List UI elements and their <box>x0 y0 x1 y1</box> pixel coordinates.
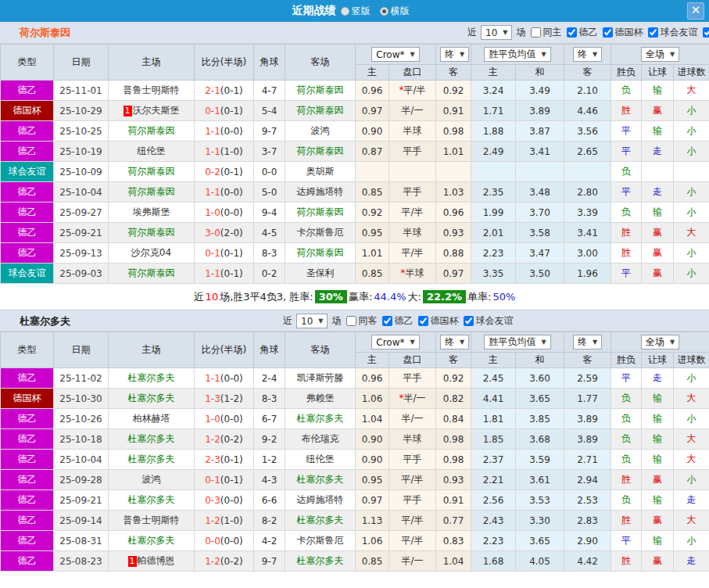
team-label: 达姆施塔特 <box>297 186 344 197</box>
horizontal-layout-radio[interactable] <box>380 7 389 16</box>
sub-header-wdl: 胜负 <box>611 65 642 81</box>
final-odds-dropdown-cell: 终▼ <box>436 45 471 65</box>
sub-header-goals: 进球数 <box>674 353 709 368</box>
vertical-layout-label[interactable]: 竖版 <box>352 5 371 18</box>
score-cell: 0-2(0-1) <box>195 162 254 182</box>
avg-draw-cell: 3.61 <box>516 470 564 490</box>
league-filter[interactable]: 德甲 <box>697 26 709 39</box>
col-header-type: 类型 <box>1 45 54 81</box>
home-odds-cell: 0.85 <box>356 182 389 203</box>
same-venue-filter[interactable]: 同客 <box>341 314 377 328</box>
date-cell: 25-09-14 <box>54 511 109 531</box>
home-team-cell: 杜塞尔多夫 <box>109 531 195 551</box>
handicap-result-cell: 赢 <box>642 243 674 264</box>
vertical-layout-radio[interactable] <box>341 7 349 16</box>
league-filter[interactable]: 德国杯 <box>413 314 458 328</box>
goals-result-cell: 小 <box>674 409 709 429</box>
sub-header-wdl: 胜负 <box>611 353 642 368</box>
avg-draw-cell: 3.58 <box>516 223 564 243</box>
league-checkbox[interactable] <box>648 27 658 38</box>
handicap-cell: 平手 <box>389 450 436 470</box>
date-cell: 25-09-13 <box>54 243 109 264</box>
goals-result-cell: 小 <box>674 203 709 223</box>
same-venue-filter[interactable]: 同主 <box>525 26 561 39</box>
bookmaker-dropdown[interactable]: Crow*▼ <box>371 335 419 350</box>
col-header-corner: 角球 <box>254 45 285 81</box>
sub-header-handicap: 盘口 <box>389 353 436 368</box>
league-filter-label: 德乙 <box>578 26 597 39</box>
team-label: 纽伦堡 <box>138 145 166 156</box>
same-venue-checkbox[interactable] <box>531 27 541 38</box>
bookmaker-dropdown[interactable]: Crow*▼ <box>371 47 419 62</box>
away-odds-cell: 0.84 <box>436 409 471 429</box>
away-team-cell: 杜塞尔多夫 <box>285 409 356 429</box>
match-count-dropdown[interactable]: 10 ▼ <box>296 314 328 328</box>
league-filter[interactable]: 球会友谊 <box>458 314 513 328</box>
league-checkbox[interactable] <box>418 316 428 326</box>
league-cell: 德乙 <box>1 142 54 162</box>
halftime-score: (0-2) <box>220 556 243 567</box>
league-checkbox[interactable] <box>703 27 709 38</box>
score-cell: 1-2(0-2) <box>195 551 254 572</box>
avg-home-cell: 3.35 <box>471 264 516 284</box>
league-checkbox[interactable] <box>464 316 474 326</box>
fulltime-score: 3-0 <box>205 228 220 238</box>
final-avg-dropdown-cell: 终▼ <box>564 332 611 353</box>
league-checkbox[interactable] <box>603 27 613 38</box>
fullmatch-dropdown[interactable]: 全场▼ <box>641 335 679 350</box>
wdl-result-cell: 平 <box>611 182 642 203</box>
final-odds-dropdown[interactable]: 终▼ <box>440 47 469 62</box>
date-cell: 25-10-04 <box>54 182 109 203</box>
same-venue-checkbox[interactable] <box>346 316 356 326</box>
score-cell: 1-1(1-0) <box>195 142 254 162</box>
home-odds-cell: 1.01 <box>356 243 389 264</box>
halftime-score: (0-0) <box>220 187 243 198</box>
halftime-score: (0-2) <box>220 434 243 445</box>
avg-draw-cell: 3.30 <box>516 511 564 531</box>
fullmatch-dropdown[interactable]: 全场▼ <box>641 47 679 62</box>
handicap-cell: 半球 <box>389 429 436 450</box>
avg-home-cell: 2.43 <box>471 511 516 531</box>
fulltime-score: 1-1 <box>205 146 220 157</box>
league-filter[interactable]: 球会友谊 <box>643 26 697 39</box>
home-odds-cell: 0.96 <box>356 81 389 101</box>
away-team-cell: 达姆施塔特 <box>285 490 356 511</box>
handicap-result-cell: 走 <box>642 368 674 389</box>
date-cell: 25-09-27 <box>54 203 109 223</box>
date-cell: 25-09-21 <box>54 490 109 511</box>
avg-home-cell: 2.21 <box>471 470 516 490</box>
fulltime-score: 1-2 <box>205 515 220 526</box>
avg-away-cell: 2.71 <box>564 450 611 470</box>
avg-draw-cell: 3.49 <box>516 81 564 101</box>
score-cell: 1-1(0-0) <box>195 121 254 142</box>
team-label: 普鲁士明斯特 <box>124 84 180 95</box>
halftime-score: (0-0) <box>220 536 243 547</box>
date-cell: 25-10-19 <box>54 142 109 162</box>
league-filter[interactable]: 德乙 <box>377 314 413 328</box>
avg-odds-dropdown[interactable]: 胜平负均值▼ <box>484 335 550 350</box>
horizontal-layout-label[interactable]: 横版 <box>391 5 410 18</box>
league-cell: 德国杯 <box>1 101 54 121</box>
avg-odds-dropdown[interactable]: 胜平负均值▼ <box>484 47 550 62</box>
corner-cell: 4-2 <box>254 531 285 551</box>
league-checkbox[interactable] <box>567 27 577 38</box>
dialog-title: 近期战绩 <box>292 4 336 18</box>
league-filter[interactable]: 德乙 <box>561 26 597 39</box>
home-team-cell: 杜塞尔多夫 <box>109 450 195 470</box>
final-avg-dropdown[interactable]: 终▼ <box>573 335 602 350</box>
match-count-dropdown[interactable]: 10 ▼ <box>481 25 512 40</box>
handicap-result-cell: 赢 <box>642 264 674 284</box>
sub-header-avg-draw: 和 <box>516 65 564 81</box>
final-odds-dropdown[interactable]: 终▼ <box>440 335 469 350</box>
corner-cell: 8-2 <box>254 511 285 531</box>
home-odds-cell: 0.97 <box>356 490 389 511</box>
close-button[interactable]: ✕ <box>687 2 704 20</box>
final-avg-dropdown[interactable]: 终▼ <box>573 47 602 62</box>
league-filter[interactable]: 德国杯 <box>597 26 643 39</box>
avg-draw-cell: 3.87 <box>516 121 564 142</box>
sub-header-avg-away: 客 <box>564 65 611 81</box>
matches-table: 类型 日期 主场 比分(半场) 角球 客场 Crow*▼ 终▼ 胜平负均值▼ 终… <box>0 44 709 284</box>
home-team-cell: 1沃尔夫斯堡 <box>109 101 195 121</box>
date-cell: 25-10-09 <box>54 162 109 182</box>
league-checkbox[interactable] <box>382 316 392 326</box>
